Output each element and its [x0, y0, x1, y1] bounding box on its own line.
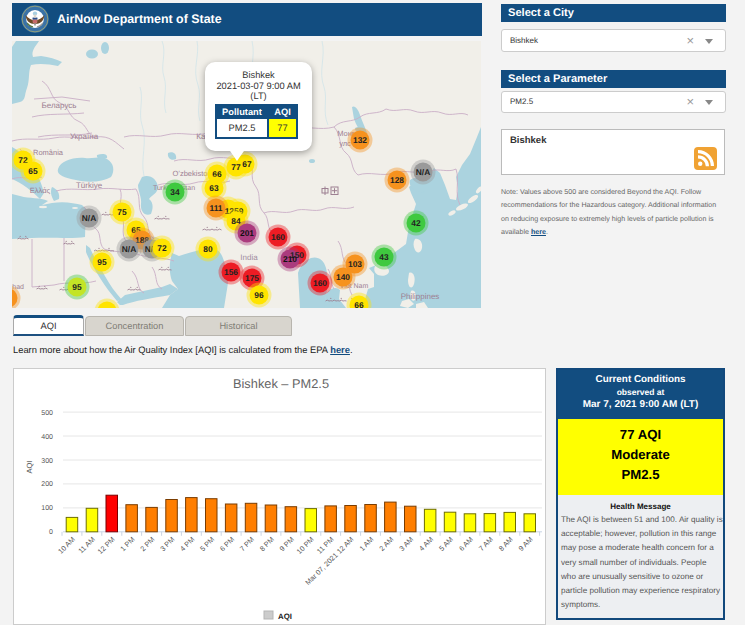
svg-text:8 AM: 8 AM — [497, 535, 515, 553]
svg-text:77: 77 — [231, 162, 241, 172]
svg-text:75: 75 — [117, 207, 127, 217]
svg-text:10 PM: 10 PM — [295, 535, 316, 556]
svg-text:140: 140 — [336, 272, 350, 282]
svg-text:400: 400 — [41, 434, 53, 441]
svg-text:1 PM: 1 PM — [118, 535, 136, 553]
svg-text:6 AM: 6 AM — [457, 535, 475, 553]
svg-text:Ελλάς: Ελλάς — [30, 186, 51, 195]
svg-text:43: 43 — [379, 252, 389, 262]
svg-text:9 PM: 9 PM — [278, 535, 296, 553]
svg-text:2 AM: 2 AM — [377, 535, 395, 553]
svg-text:N/A: N/A — [82, 213, 96, 223]
svg-text:AQI: AQI — [25, 461, 34, 474]
svg-text:Philippines: Philippines — [401, 292, 440, 301]
svg-text:Беларусь: Беларусь — [42, 101, 77, 110]
svg-text:10 AM: 10 AM — [56, 535, 77, 556]
svg-text:5 PM: 5 PM — [198, 535, 216, 553]
svg-text:8 PM: 8 PM — [258, 535, 276, 553]
svg-text:7 AM: 7 AM — [477, 535, 495, 553]
svg-text:Bishkek – PM2.5: Bishkek – PM2.5 — [233, 376, 329, 391]
svg-text:5 AM: 5 AM — [437, 535, 455, 553]
svg-text:72: 72 — [157, 243, 167, 253]
svg-text:2 PM: 2 PM — [138, 535, 156, 553]
svg-text:96: 96 — [254, 290, 264, 300]
svg-text:34: 34 — [170, 187, 180, 197]
svg-text:România: România — [33, 148, 64, 157]
svg-text:11 AM: 11 AM — [76, 535, 96, 555]
svg-text:95: 95 — [72, 282, 82, 292]
svg-text:N/A: N/A — [416, 167, 430, 177]
svg-text:7 PM: 7 PM — [238, 535, 256, 553]
svg-text:95: 95 — [97, 257, 107, 267]
svg-text:India: India — [240, 253, 258, 262]
svg-text:160: 160 — [313, 278, 327, 288]
svg-text:AQI: AQI — [278, 612, 292, 621]
svg-text:175: 175 — [245, 273, 259, 283]
svg-text:3 PM: 3 PM — [158, 535, 176, 553]
svg-text:300: 300 — [41, 458, 53, 465]
svg-text:80: 80 — [203, 244, 213, 254]
svg-text:100: 100 — [41, 505, 53, 512]
svg-text:Türkiye: Türkiye — [76, 181, 103, 190]
svg-text:1 AM: 1 AM — [357, 535, 375, 553]
svg-text:3 AM: 3 AM — [397, 535, 415, 553]
svg-text:200: 200 — [41, 481, 53, 488]
svg-text:156: 156 — [224, 267, 238, 277]
svg-text:12 PM: 12 PM — [96, 535, 117, 556]
svg-text:63: 63 — [209, 183, 219, 193]
svg-text:111: 111 — [209, 203, 222, 213]
svg-text:4 AM: 4 AM — [417, 535, 435, 553]
svg-text:201: 201 — [240, 228, 254, 238]
svg-text:42: 42 — [411, 218, 421, 228]
svg-text:160: 160 — [271, 232, 285, 242]
svg-text:0: 0 — [49, 529, 53, 536]
svg-text:N/A: N/A — [122, 244, 136, 254]
svg-text:9 AM: 9 AM — [517, 535, 535, 553]
svg-text:500: 500 — [41, 410, 53, 417]
svg-text:6 PM: 6 PM — [218, 535, 236, 553]
svg-text:128: 128 — [390, 175, 404, 185]
svg-text:4 PM: 4 PM — [178, 535, 196, 553]
svg-text:132: 132 — [353, 135, 367, 145]
svg-text:210: 210 — [283, 254, 297, 264]
svg-text:65: 65 — [28, 166, 38, 176]
svg-text:66: 66 — [354, 300, 364, 308]
svg-text:Україна: Україна — [70, 132, 99, 141]
